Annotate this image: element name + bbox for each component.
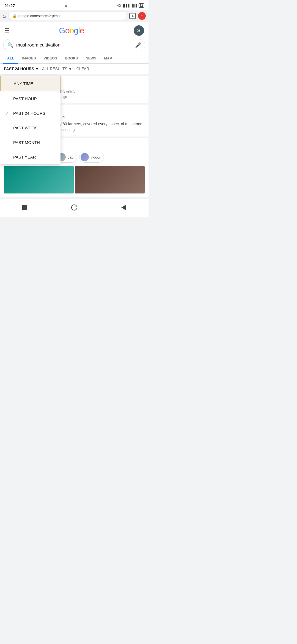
home-circle-icon (71, 204, 77, 211)
tabs-bar: ALL IMAGES VIDEOS BOOKS NEWS MAP (0, 53, 148, 64)
clear-button[interactable]: CLEAR (76, 67, 89, 71)
dropdown-item-past-year[interactable]: PAST YEAR (0, 150, 61, 164)
time-filter-dropdown: ANY TIME PAST HOUR ✓ PAST 24 HOURS PAST … (0, 76, 61, 164)
search-query: mushroom cultivation (16, 42, 132, 48)
image-grid (4, 166, 145, 193)
chip-label-indoor: indoor (90, 155, 100, 159)
logo-o1: o (65, 26, 70, 35)
nav-bar (0, 199, 148, 217)
logo-o2: o (70, 26, 74, 35)
content-area: ANY TIME PAST HOUR ✓ PAST 24 HOURS PAST … (0, 76, 148, 197)
logo-g: G (59, 26, 65, 35)
signal-bars-2: ▐▌▌ (131, 4, 138, 7)
status-time: 21:27 (4, 3, 15, 8)
signal-bars-1: ▐▌▌▌ (122, 4, 130, 7)
dropdown-label-past-week: PAST WEEK (13, 125, 37, 130)
status-bar: 21:27 ⊟ 4G ▐▌▌▌ ▐▌▌ 82 (0, 0, 148, 10)
avatar[interactable]: S (134, 25, 144, 36)
battery-level: 82 (139, 3, 144, 8)
nav-back-button[interactable] (119, 203, 128, 212)
search-bar[interactable]: 🔍 mushroom cultivation 🎤 (3, 39, 145, 51)
results-filter-button[interactable]: ALL RESULTS ▼ (42, 67, 72, 71)
dropdown-item-any-time[interactable]: ANY TIME (0, 76, 61, 91)
time-filter-chevron: ▼ (35, 67, 39, 71)
tab-all[interactable]: ALL (3, 53, 18, 64)
chip-thumb-indoor (81, 153, 89, 161)
grid-image-1[interactable] (4, 166, 74, 193)
menu-icon[interactable]: ☰ (4, 27, 9, 34)
search-icon: 🔍 (7, 42, 13, 48)
results-filter-chevron: ▼ (68, 67, 72, 71)
google-logo: Google (59, 26, 84, 35)
mic-icon[interactable]: 🎤 (135, 42, 141, 48)
dropdown-item-past-hour[interactable]: PAST HOUR (0, 91, 61, 106)
dropdown-item-past-24-hours[interactable]: ✓ PAST 24 HOURS (0, 106, 61, 121)
tab-videos[interactable]: VIDEOS (40, 53, 61, 63)
google-header: ☰ Google S (0, 22, 148, 39)
time-filter-label: PAST 24 HOURS (4, 67, 34, 71)
home-icon[interactable]: ⌂ (3, 13, 6, 19)
url-text: google.com/search?q=mus (18, 14, 123, 18)
grid-image-2[interactable] (75, 166, 145, 193)
stop-icon (22, 205, 27, 210)
tab-books[interactable]: BOOKS (61, 53, 82, 63)
dropdown-label-any-time: ANY TIME (14, 81, 33, 86)
dropdown-item-past-month[interactable]: PAST MONTH (0, 135, 61, 150)
lock-icon: 🔒 (12, 14, 17, 18)
sim-icon: ⊟ (65, 4, 67, 7)
tab-maps[interactable]: MAP (100, 53, 116, 63)
dropdown-item-past-week[interactable]: PAST WEEK (0, 121, 61, 135)
filter-bar: PAST 24 HOURS ▼ ALL RESULTS ▼ CLEAR (0, 64, 148, 74)
signal-indicators: 4G ▐▌▌▌ ▐▌▌ 82 (117, 3, 144, 8)
dropdown-label-past-month: PAST MONTH (13, 140, 40, 145)
time-filter-button[interactable]: PAST 24 HOURS ▼ (4, 67, 39, 71)
nav-stop-button[interactable] (20, 203, 29, 212)
uploaded-by-val: BDO ASKA (58, 90, 75, 94)
logo-e: e (80, 26, 84, 35)
tab-news[interactable]: NEWS (82, 53, 100, 63)
chip-label-bag: bag (67, 155, 73, 159)
check-icon-past-24: ✓ (6, 111, 10, 116)
search-bar-container: 🔍 mushroom cultivation 🎤 (0, 39, 148, 53)
logo-g2: g (74, 26, 78, 35)
browser-bar: ⌂ 🔒 google.com/search?q=mus 4 ↑ (0, 10, 148, 22)
update-button[interactable]: ↑ (138, 12, 146, 20)
back-arrow-icon (121, 204, 126, 211)
dropdown-label-past-year: PAST YEAR (13, 155, 36, 159)
dropdown-label-past-hour: PAST HOUR (13, 96, 37, 101)
url-bar[interactable]: 🔒 google.com/search?q=mus (8, 12, 127, 20)
nav-home-button[interactable] (70, 203, 79, 212)
dropdown-label-past-24: PAST 24 HOURS (13, 111, 45, 116)
4g-label: 4G (117, 4, 121, 7)
tab-count[interactable]: 4 (129, 13, 136, 19)
chip-indoor[interactable]: indoor (79, 152, 104, 163)
tab-images[interactable]: IMAGES (18, 53, 40, 63)
results-filter-label: ALL RESULTS (42, 67, 67, 71)
status-right: 4G ▐▌▌▌ ▐▌▌ 82 (117, 3, 144, 8)
